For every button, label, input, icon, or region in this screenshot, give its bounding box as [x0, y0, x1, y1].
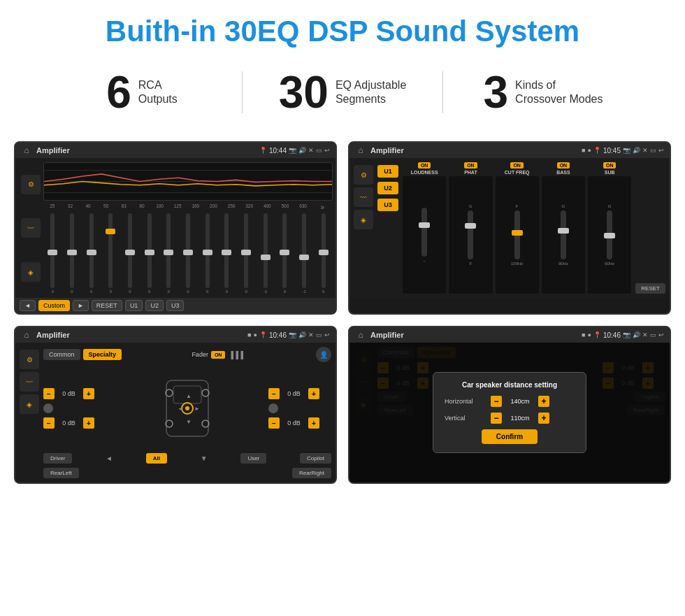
- eq-play-button[interactable]: ►: [73, 300, 89, 311]
- stat-eq-label: EQ AdjustableSegments: [336, 78, 406, 108]
- u3-button[interactable]: U3: [377, 199, 398, 211]
- phat-on-badge[interactable]: ON: [464, 162, 477, 169]
- eq-wave-icon[interactable]: 〰: [21, 218, 41, 238]
- cross-balance-icon[interactable]: ◈: [354, 210, 373, 229]
- fader-top: Common Specialty Fader ON ▌▌▌ 👤: [43, 347, 331, 362]
- cross-reset-button[interactable]: RESET: [635, 283, 665, 294]
- screen-eq-title: Amplifier: [36, 146, 255, 155]
- window-icon: ▭: [316, 147, 322, 154]
- specialty-tab[interactable]: Specialty: [83, 349, 122, 360]
- home-icon-dialog[interactable]: ⌂: [355, 329, 366, 341]
- fader-balance-icon[interactable]: ◈: [20, 394, 39, 414]
- fader-profile-icon[interactable]: 👤: [316, 347, 331, 362]
- db-plus-fl[interactable]: +: [83, 388, 94, 399]
- eq-screen: ⚙ 〰 ◈ 2: [15, 158, 336, 298]
- bass-on-badge[interactable]: ON: [557, 162, 570, 169]
- status-icons-dialog: ■ ● 📍 10:46 📷 🔊 ✕ ▭ ↩: [582, 331, 664, 339]
- location-icon-f: 📍: [259, 331, 267, 338]
- eq-prev-button[interactable]: ◄: [20, 300, 36, 311]
- eq-tune-icon[interactable]: ⚙: [21, 175, 41, 194]
- volume-icon-f: 🔊: [298, 331, 306, 338]
- eq-more-icon[interactable]: »: [312, 203, 333, 211]
- copilot-button[interactable]: Copilot: [300, 453, 331, 464]
- page-title: Buith-in 30EQ DSP Sound System: [0, 0, 685, 56]
- rearright-button[interactable]: RearRight: [292, 468, 331, 478]
- home-icon-eq[interactable]: ⌂: [21, 145, 32, 156]
- bass-val: G: [562, 204, 565, 208]
- sub-on-badge[interactable]: ON: [603, 162, 616, 169]
- home-icon-fader[interactable]: ⌂: [21, 329, 32, 341]
- svg-point-6: [185, 406, 189, 410]
- stat-crossover-number: 3: [484, 70, 509, 115]
- confirm-button[interactable]: Confirm: [482, 429, 538, 444]
- cross-tune-icon[interactable]: ⚙: [354, 165, 373, 185]
- speaker-fl-icon: [43, 403, 53, 413]
- phat-slider: G F: [449, 176, 492, 294]
- eq-reset-button[interactable]: RESET: [92, 300, 122, 311]
- eq-u2-button[interactable]: U2: [145, 300, 164, 311]
- cutfreq-on-badge[interactable]: ON: [510, 162, 524, 169]
- side-controls-eq: ⚙ 〰 ◈: [18, 162, 43, 294]
- vertical-plus-button[interactable]: +: [538, 413, 549, 424]
- eq-u1-button[interactable]: U1: [125, 300, 143, 311]
- eq-slider-10: 0: [217, 213, 236, 294]
- db-value-fr: 0 dB: [282, 390, 306, 397]
- dialog-title: Car speaker distance setting: [445, 381, 575, 389]
- db-control-fl: − 0 dB +: [43, 388, 106, 399]
- db-value-rl: 0 dB: [57, 420, 81, 427]
- screen-crossover: ⌂ Amplifier ■ ● 📍 10:45 📷 🔊 ✕ ▭ ↩ ⚙ 〰 ◈ …: [348, 141, 671, 315]
- stat-crossover-label: Kinds ofCrossover Modes: [515, 78, 603, 108]
- db-minus-rl[interactable]: −: [43, 417, 55, 429]
- db-minus-rr[interactable]: −: [268, 417, 280, 429]
- eq-bottom-bar: ◄ Custom ► RESET U1 U2 U3: [15, 298, 336, 313]
- horizontal-value: 140cm: [506, 398, 534, 405]
- fader-arrow-left-icon[interactable]: ◄: [106, 454, 113, 462]
- x-icon: ✕: [308, 147, 314, 154]
- u1-button[interactable]: U1: [377, 165, 398, 178]
- x-icon-d: ✕: [642, 331, 648, 338]
- db-minus-fr[interactable]: −: [268, 388, 280, 399]
- fader-on-toggle[interactable]: ON: [211, 351, 226, 359]
- fader-arrow-down-icon[interactable]: ▼: [201, 454, 208, 462]
- horizontal-label: Horizontal: [445, 398, 486, 405]
- dialog-horizontal-row: Horizontal − 140cm +: [445, 396, 575, 407]
- db-plus-fr[interactable]: +: [308, 388, 319, 399]
- loudness-on-badge[interactable]: ON: [418, 162, 431, 169]
- user-button[interactable]: User: [240, 453, 266, 464]
- cross-wave-icon[interactable]: 〰: [354, 187, 373, 207]
- bass-hz: 90Hz: [558, 262, 568, 266]
- db-plus-rr[interactable]: +: [308, 417, 319, 429]
- home-icon-cross[interactable]: ⌂: [355, 145, 366, 156]
- cutfreq-label: CUT FREQ: [505, 170, 530, 175]
- status-icons-cross: ■ ● 📍 10:45 📷 🔊 ✕ ▭ ↩: [582, 147, 664, 155]
- dot-icon-d: ●: [588, 331, 591, 338]
- horizontal-minus-button[interactable]: −: [491, 396, 502, 407]
- rearleft-button[interactable]: RearLeft: [43, 468, 79, 478]
- status-time-eq: 10:44: [269, 147, 287, 155]
- status-bar-dialog: ⌂ Amplifier ■ ● 📍 10:46 📷 🔊 ✕ ▭ ↩: [349, 327, 670, 343]
- eq-custom-button[interactable]: Custom: [38, 300, 70, 311]
- eq-label-100: 100: [151, 203, 169, 211]
- u2-button[interactable]: U2: [377, 182, 398, 194]
- speaker-fl: [43, 403, 106, 413]
- db-minus-fl[interactable]: −: [43, 388, 55, 399]
- db-control-rr: − 0 dB +: [268, 417, 331, 429]
- common-tab[interactable]: Common: [43, 349, 80, 360]
- db-plus-rl[interactable]: +: [83, 417, 94, 429]
- stats-row: 6 RCAOutputs 30 EQ AdjustableSegments 3 …: [0, 56, 685, 136]
- speaker-fr-icon: [268, 403, 278, 413]
- driver-button[interactable]: Driver: [43, 453, 72, 464]
- all-button[interactable]: All: [146, 453, 167, 464]
- fader-wave-icon[interactable]: 〰: [20, 372, 39, 392]
- fader-tune-icon[interactable]: ⚙: [20, 350, 39, 369]
- svg-text:►: ►: [194, 406, 200, 412]
- status-time-dialog: 10:46: [603, 331, 621, 339]
- eq-label-630: 630: [294, 203, 312, 211]
- vertical-minus-button[interactable]: −: [491, 413, 502, 424]
- eq-label-500: 500: [276, 203, 294, 211]
- bass-slider: G 90Hz: [542, 176, 585, 294]
- horizontal-plus-button[interactable]: +: [538, 396, 549, 407]
- volume-icon-d: 🔊: [633, 331, 640, 338]
- eq-u3-button[interactable]: U3: [166, 300, 185, 311]
- eq-balance-icon[interactable]: ◈: [21, 262, 41, 282]
